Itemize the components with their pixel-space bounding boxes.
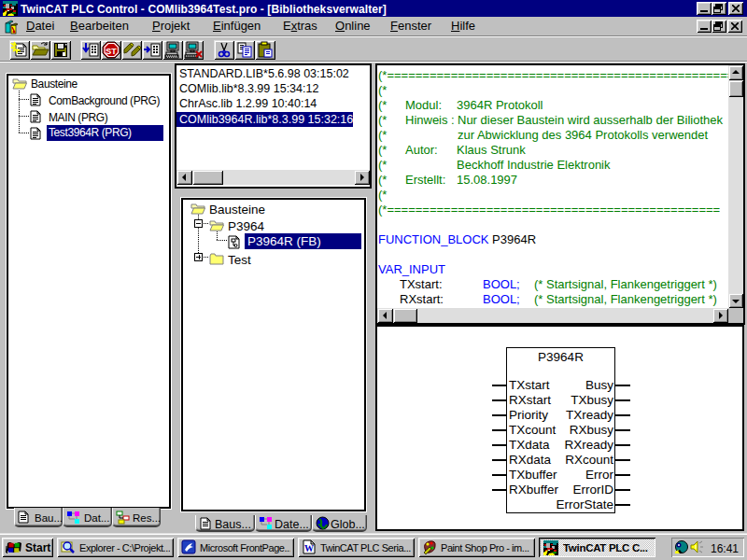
svg-text:W: W (304, 543, 314, 553)
svg-text:ST: ST (106, 47, 117, 56)
